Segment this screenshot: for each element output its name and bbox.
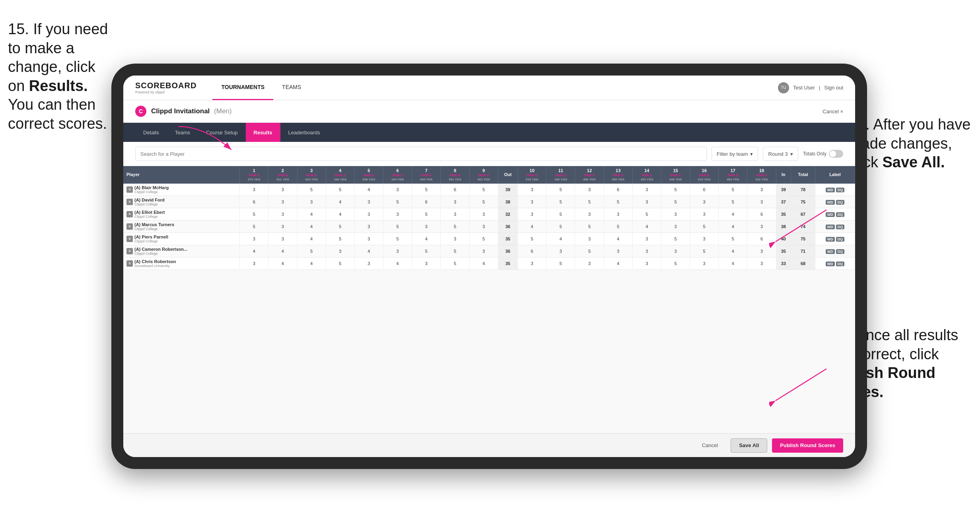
hole-3-score[interactable]: 5 [297,245,326,257]
hole-3-score[interactable]: 5 [297,184,326,196]
hole-11-score[interactable]: 5 [546,196,575,208]
hole-8-score[interactable]: 3 [441,208,469,220]
hole-12-score[interactable]: 3 [575,208,604,220]
hole-7-score[interactable]: 3 [412,257,441,269]
hole-3-score[interactable]: 3 [297,196,326,208]
dq-badge[interactable]: DQ [836,188,845,192]
hole-2-score[interactable]: 3 [268,232,297,245]
hole-11-score[interactable]: 5 [546,257,575,269]
hole-7-score[interactable]: 6 [412,196,441,208]
hole-8-score[interactable]: 5 [441,257,469,269]
nav-link-tournaments[interactable]: TOURNAMENTS [212,76,273,100]
hole-16-score[interactable]: 5 [690,220,719,232]
cancel-button[interactable]: Cancel [694,438,726,453]
hole-14-score[interactable]: 3 [632,257,661,269]
sign-out-link[interactable]: Sign out [824,85,843,91]
hole-3-score[interactable]: 4 [297,208,326,220]
hole-3-score[interactable]: 4 [297,220,326,232]
hole-8-score[interactable]: 6 [441,184,469,196]
hole-15-score[interactable]: 5 [661,196,690,208]
hole-17-score[interactable]: 4 [719,208,747,220]
hole-14-score[interactable]: 3 [632,232,661,245]
hole-6-score[interactable]: 5 [383,220,412,232]
hole-15-score[interactable]: 3 [661,245,690,257]
score-table-container[interactable]: Player 1PAR 4370 YDS 2PAR 5511 YDS 3PAR … [123,166,855,433]
hole-10-score[interactable]: 4 [518,220,546,232]
hole-8-score[interactable]: 3 [441,196,469,208]
hole-11-score[interactable]: 3 [546,245,575,257]
hole-16-score[interactable]: 3 [690,196,719,208]
hole-5-score[interactable]: 3 [354,232,383,245]
hole-15-score[interactable]: 3 [661,220,690,232]
hole-12-score[interactable]: 5 [575,220,604,232]
hole-5-score[interactable]: 3 [354,196,383,208]
hole-4-score[interactable]: 5 [326,184,354,196]
hole-1-score[interactable]: 4 [240,245,268,257]
hole-2-score[interactable]: 3 [268,208,297,220]
hole-10-score[interactable]: 3 [518,196,546,208]
hole-17-score[interactable]: 4 [719,220,747,232]
hole-14-score[interactable]: 3 [632,196,661,208]
hole-7-score[interactable]: 5 [412,184,441,196]
hole-11-score[interactable]: 5 [546,220,575,232]
hole-12-score[interactable]: 5 [575,245,604,257]
hole-7-score[interactable]: 4 [412,232,441,245]
wd-badge[interactable]: WD [826,188,835,192]
hole-14-score[interactable]: 5 [632,208,661,220]
hole-16-score[interactable]: 3 [690,232,719,245]
hole-13-score[interactable]: 6 [604,184,632,196]
hole-11-score[interactable]: 5 [546,184,575,196]
hole-3-score[interactable]: 4 [297,232,326,245]
hole-2-score[interactable]: 3 [268,220,297,232]
round-dropdown[interactable]: Round 3 ▾ [763,147,798,161]
hole-18-score[interactable]: 3 [747,184,776,196]
cancel-header-btn[interactable]: Cancel × [822,108,843,114]
dq-badge[interactable]: DQ [836,200,845,205]
hole-10-score[interactable]: 3 [518,208,546,220]
hole-5-score[interactable]: 4 [354,245,383,257]
hole-1-score[interactable]: 3 [240,232,268,245]
hole-11-score[interactable]: 4 [546,232,575,245]
nav-link-teams[interactable]: TEAMS [273,76,310,100]
hole-16-score[interactable]: 3 [690,257,719,269]
hole-12-score[interactable]: 3 [575,232,604,245]
hole-9-score[interactable]: 5 [469,196,498,208]
wd-badge[interactable]: WD [826,200,835,205]
hole-17-score[interactable]: 5 [719,232,747,245]
hole-7-score[interactable]: 5 [412,208,441,220]
hole-4-score[interactable]: 4 [326,208,354,220]
hole-14-score[interactable]: 4 [632,220,661,232]
dq-badge[interactable]: DQ [836,262,845,266]
hole-17-score[interactable]: 5 [719,184,747,196]
hole-14-score[interactable]: 3 [632,184,661,196]
hole-15-score[interactable]: 5 [661,232,690,245]
hole-4-score[interactable]: 5 [326,220,354,232]
dq-badge[interactable]: DQ [836,249,845,254]
dq-badge[interactable]: DQ [836,237,845,242]
hole-13-score[interactable]: 5 [604,220,632,232]
hole-17-score[interactable]: 4 [719,257,747,269]
hole-13-score[interactable]: 4 [604,232,632,245]
hole-13-score[interactable]: 3 [604,208,632,220]
hole-8-score[interactable]: 3 [441,232,469,245]
hole-6-score[interactable]: 5 [383,232,412,245]
hole-4-score[interactable]: 3 [326,245,354,257]
hole-17-score[interactable]: 4 [719,245,747,257]
hole-15-score[interactable]: 5 [661,184,690,196]
hole-3-score[interactable]: 4 [297,257,326,269]
tab-details[interactable]: Details [135,123,167,142]
hole-7-score[interactable]: 5 [412,245,441,257]
hole-9-score[interactable]: 3 [469,208,498,220]
hole-13-score[interactable]: 4 [604,257,632,269]
hole-9-score[interactable]: 5 [469,184,498,196]
hole-6-score[interactable]: 3 [383,184,412,196]
hole-4-score[interactable]: 5 [326,257,354,269]
totals-only-toggle[interactable] [829,150,843,158]
hole-9-score[interactable]: 4 [469,257,498,269]
hole-1-score[interactable]: 5 [240,220,268,232]
hole-2-score[interactable]: 4 [268,257,297,269]
dq-badge[interactable]: DQ [836,212,845,217]
publish-round-scores-button[interactable]: Publish Round Scores [772,438,843,453]
hole-4-score[interactable]: 4 [326,196,354,208]
hole-10-score[interactable]: 3 [518,184,546,196]
